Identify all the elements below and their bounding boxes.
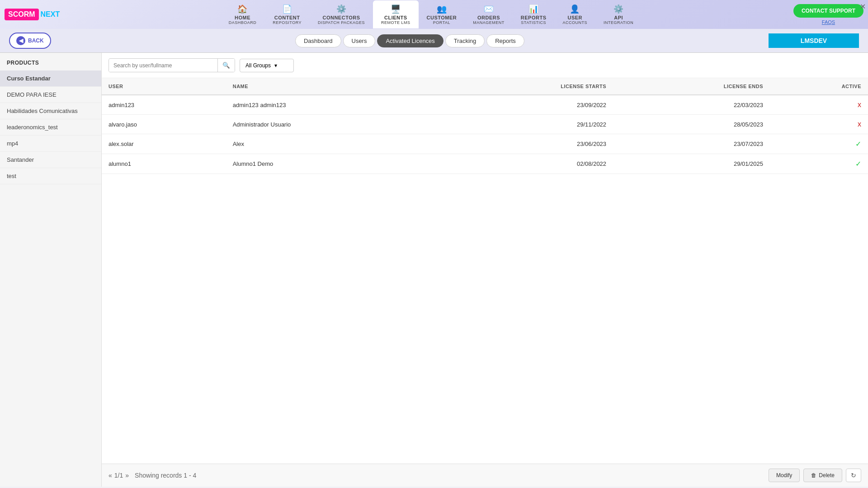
pagination-page-info: 1/1 bbox=[114, 472, 123, 479]
sidebar-item-santander[interactable]: Santander bbox=[0, 152, 101, 168]
reports-icon: 📊 bbox=[528, 4, 539, 14]
cross-icon: x bbox=[858, 120, 861, 128]
cell-license-ends: 29/01/2025 bbox=[613, 154, 770, 174]
tab-users[interactable]: Users bbox=[343, 34, 376, 47]
refresh-button[interactable]: ↻ bbox=[846, 469, 861, 482]
search-input[interactable] bbox=[109, 59, 217, 72]
nav-api-label-top: API bbox=[614, 15, 623, 20]
table-row[interactable]: alex.solar Alex 23/06/2023 23/07/2023 ✓ bbox=[102, 134, 868, 154]
logo-scorm: SCORM bbox=[5, 9, 39, 20]
nav-orders-label-bot: MANAGEMENT bbox=[473, 20, 505, 25]
nav-item-user[interactable]: 👤 USER ACCOUNTS bbox=[554, 0, 595, 28]
nav-clients-label-top: CLIENTS bbox=[384, 15, 407, 20]
cell-active: x bbox=[770, 115, 868, 134]
orders-icon: ✉️ bbox=[484, 4, 494, 14]
table-row[interactable]: alvaro.jaso Administrador Usuario 29/11/… bbox=[102, 115, 868, 134]
sidebar-item-leaderonomics[interactable]: leaderonomics_test bbox=[0, 119, 101, 136]
cell-license-starts: 23/09/2022 bbox=[438, 95, 613, 115]
nav-orders-label-top: ORDERS bbox=[477, 15, 500, 20]
top-navigation: SCORM NEXT 🏠 HOME DASHBOARD 📄 CONTENT RE… bbox=[0, 0, 868, 29]
contact-support-button[interactable]: CONTACT SUPPORT bbox=[793, 4, 863, 18]
sidebar-item-mp4[interactable]: mp4 bbox=[0, 136, 101, 152]
logo[interactable]: SCORM NEXT bbox=[5, 9, 60, 20]
nav-item-content[interactable]: 📄 CONTENT REPOSITORY bbox=[264, 0, 310, 28]
delete-button[interactable]: 🗑 Delete bbox=[803, 469, 842, 482]
tab-reports[interactable]: Reports bbox=[486, 34, 524, 47]
cell-license-ends: 28/05/2023 bbox=[613, 115, 770, 134]
modify-button[interactable]: Modify bbox=[769, 469, 800, 482]
sidebar: PRODUCTS Curso Estandar DEMO PARA IESE H… bbox=[0, 53, 102, 487]
tab-dashboard[interactable]: Dashboard bbox=[295, 34, 341, 47]
tab-activated-licences[interactable]: Activated Licences bbox=[377, 34, 443, 47]
content-icon: 📄 bbox=[282, 4, 292, 14]
cell-active: x bbox=[770, 95, 868, 115]
nav-item-api[interactable]: ⚙️ API INTEGRATION bbox=[595, 0, 642, 28]
clients-icon: 🖥️ bbox=[391, 4, 401, 14]
table-row[interactable]: admin123 admin123 admin123 23/09/2022 22… bbox=[102, 95, 868, 115]
cell-license-starts: 02/08/2022 bbox=[438, 154, 613, 174]
nav-right: CONTACT SUPPORT FAQS bbox=[793, 4, 863, 25]
groups-dropdown[interactable]: All Groups ▾ bbox=[240, 59, 294, 72]
col-active: ACTIVE bbox=[770, 78, 868, 95]
nav-item-clients[interactable]: 🖥️ CLIENTS REMOTE LMS bbox=[373, 0, 419, 28]
table-row[interactable]: alumno1 Alumno1 Demo 02/08/2022 29/01/20… bbox=[102, 154, 868, 174]
table-header-row: USER NAME LICENSE STARTS LICENSE ENDS AC… bbox=[102, 78, 868, 95]
pagination-next-icon[interactable]: » bbox=[125, 472, 129, 479]
sidebar-item-test[interactable]: test bbox=[0, 168, 101, 184]
nav-items: 🏠 HOME DASHBOARD 📄 CONTENT REPOSITORY ⚙️… bbox=[69, 0, 793, 28]
nav-connectors-label-top: CONNECTORS bbox=[322, 15, 360, 20]
delete-icon: 🗑 bbox=[811, 472, 816, 479]
col-license-starts: LICENSE STARTS bbox=[438, 78, 613, 95]
cell-license-ends: 22/03/2023 bbox=[613, 95, 770, 115]
delete-label: Delete bbox=[819, 472, 835, 479]
logo-next: NEXT bbox=[41, 10, 60, 19]
nav-content-label-bot: REPOSITORY bbox=[273, 20, 302, 25]
cell-name: admin123 admin123 bbox=[226, 95, 438, 115]
back-arrow-icon: ◀ bbox=[16, 36, 25, 45]
cell-active: ✓ bbox=[770, 154, 868, 174]
sidebar-item-demo[interactable]: DEMO PARA IESE bbox=[0, 87, 101, 103]
back-button[interactable]: ◀ BACK bbox=[9, 33, 51, 49]
nav-api-label-bot: INTEGRATION bbox=[604, 20, 633, 25]
search-button[interactable]: 🔍 bbox=[217, 59, 235, 72]
faqs-link[interactable]: FAQS bbox=[822, 19, 835, 25]
content-area: 🔍 All Groups ▾ USER NAME LICENSE STARTS … bbox=[102, 53, 868, 487]
cell-user: alvaro.jaso bbox=[102, 115, 226, 134]
customer-icon: 👥 bbox=[437, 4, 447, 14]
chevron-down-icon: ▾ bbox=[274, 62, 277, 69]
tab-tracking[interactable]: Tracking bbox=[445, 34, 485, 47]
nav-home-label-bot: DASHBOARD bbox=[229, 20, 257, 25]
home-icon: 🏠 bbox=[237, 4, 248, 14]
toolbar: 🔍 All Groups ▾ bbox=[102, 53, 868, 78]
nav-user-label-bot: ACCOUNTS bbox=[562, 20, 587, 25]
nav-content-label-top: CONTENT bbox=[274, 15, 300, 20]
pagination-prev-icon[interactable]: « bbox=[108, 472, 112, 479]
nav-item-orders[interactable]: ✉️ ORDERS MANAGEMENT bbox=[465, 0, 513, 28]
nav-reports-label-top: REPORTS bbox=[521, 15, 547, 20]
col-license-ends: LICENSE ENDS bbox=[613, 78, 770, 95]
cell-user: alumno1 bbox=[102, 154, 226, 174]
pagination-bar: « 1/1 » Showing records 1 - 4 Modify 🗑 D… bbox=[102, 464, 868, 487]
nav-item-reports[interactable]: 📊 REPORTS STATISTICS bbox=[513, 0, 555, 28]
close-icon[interactable]: ✕ bbox=[860, 2, 866, 11]
user-icon: 👤 bbox=[570, 4, 580, 14]
col-user: USER bbox=[102, 78, 226, 95]
sidebar-item-habilidades[interactable]: Habilidades Comunicativas bbox=[0, 103, 101, 119]
cell-name: Administrador Usuario bbox=[226, 115, 438, 134]
table-container: USER NAME LICENSE STARTS LICENSE ENDS AC… bbox=[102, 78, 868, 464]
nav-reports-label-bot: STATISTICS bbox=[521, 20, 546, 25]
nav-item-customer[interactable]: 👥 CUSTOMER PORTAL bbox=[419, 0, 465, 28]
col-name: NAME bbox=[226, 78, 438, 95]
nav-item-home[interactable]: 🏠 HOME DASHBOARD bbox=[221, 0, 265, 28]
nav-customer-label-bot: PORTAL bbox=[433, 20, 450, 25]
sidebar-item-curso[interactable]: Curso Estandar bbox=[0, 70, 101, 87]
nav-item-connectors[interactable]: ⚙️ CONNECTORS DISPATCH PACKAGES bbox=[310, 0, 373, 28]
cross-icon: x bbox=[858, 101, 861, 108]
cell-license-ends: 23/07/2023 bbox=[613, 134, 770, 154]
search-container: 🔍 bbox=[108, 58, 235, 72]
sub-nav-tabs: Dashboard Users Activated Licences Track… bbox=[56, 34, 764, 47]
pagination-actions: Modify 🗑 Delete ↻ bbox=[769, 469, 861, 482]
cell-user: alex.solar bbox=[102, 134, 226, 154]
nav-home-label-top: HOME bbox=[235, 15, 250, 20]
lmsdev-button[interactable]: LMSDEV bbox=[769, 33, 859, 48]
